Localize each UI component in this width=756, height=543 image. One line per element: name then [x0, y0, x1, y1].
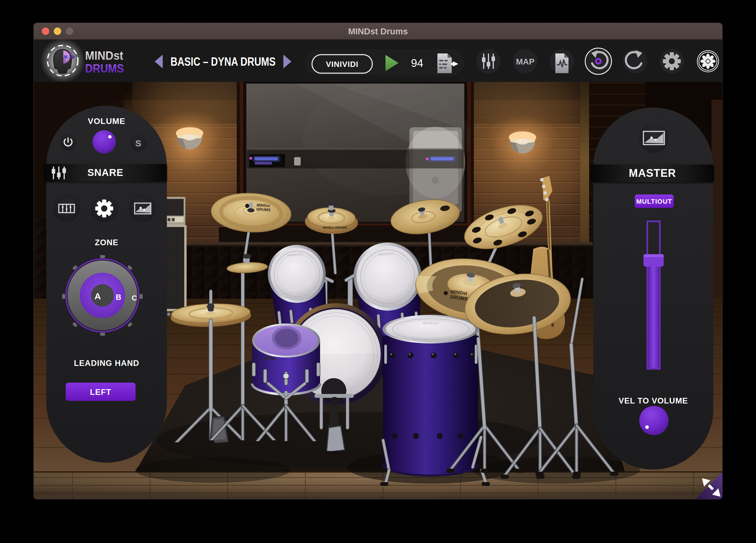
svg-text:VINIVIDI: VINIVIDI	[326, 60, 358, 69]
svg-text:MAP: MAP	[516, 57, 534, 66]
svg-text:DRUMS: DRUMS	[256, 207, 271, 212]
svg-text:LEFT: LEFT	[90, 388, 111, 397]
svg-text:BASIC – DYNA DRUMS: BASIC – DYNA DRUMS	[170, 55, 276, 68]
svg-text:A: A	[94, 291, 101, 301]
svg-text:B: B	[116, 293, 122, 302]
svg-text:MINDst DRUMS: MINDst DRUMS	[323, 226, 347, 229]
svg-text:94: 94	[411, 57, 423, 69]
svg-text:MODALICS: MODALICS	[423, 322, 439, 325]
svg-text:MULTIOUT: MULTIOUT	[636, 198, 672, 205]
svg-text:S: S	[135, 138, 141, 148]
svg-text:C: C	[132, 294, 137, 302]
svg-text:DRUMS: DRUMS	[85, 62, 124, 75]
svg-text:MINDst: MINDst	[85, 49, 123, 62]
